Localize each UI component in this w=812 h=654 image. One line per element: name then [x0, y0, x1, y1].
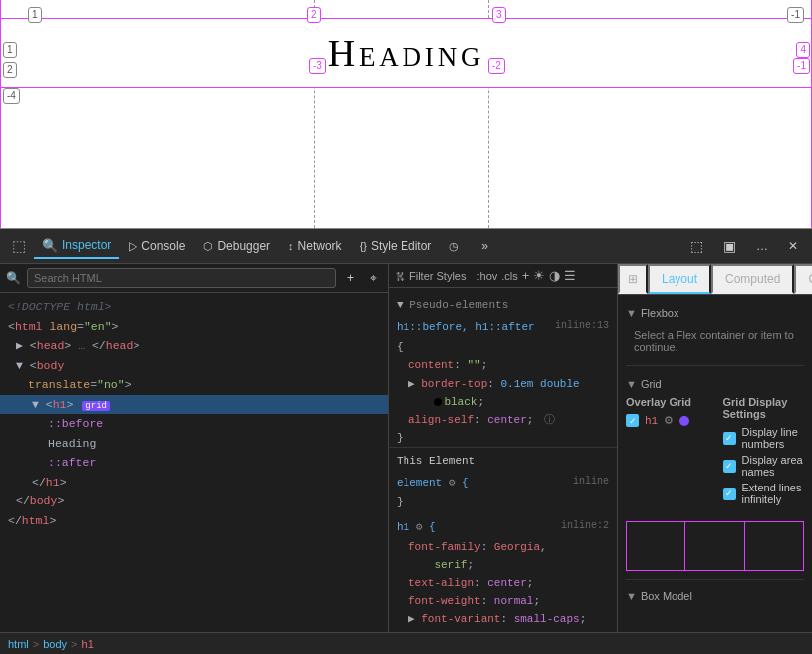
- network-tab[interactable]: ↕ Network: [280, 235, 350, 257]
- css-text-align-prop[interactable]: text-align: center;: [389, 574, 617, 592]
- style-editor-tab[interactable]: {} Style Editor: [352, 235, 440, 257]
- extend-lines-checkbox[interactable]: ✓: [723, 488, 736, 500]
- line-numbers-label: Display line numbers: [742, 426, 805, 450]
- badge-row-neg2: -2: [488, 58, 505, 74]
- add-rule-button[interactable]: +: [522, 268, 530, 283]
- grid-visual-preview: [626, 521, 804, 571]
- search-icon: 🔍: [6, 271, 21, 285]
- setting-line-numbers: ✓ Display line numbers: [723, 426, 805, 450]
- tree-after[interactable]: ::after: [0, 453, 388, 473]
- tree-heading-text[interactable]: Heading: [0, 434, 388, 454]
- css-border-top-prop[interactable]: ▶ border-top: 0.1em double: [389, 375, 617, 393]
- setting-extend-lines: ✓ Extend lines infinitely: [723, 482, 805, 505]
- css-font-family-prop[interactable]: font-family: Georgia,: [389, 538, 617, 556]
- preview-heading: Heading: [0, 18, 812, 88]
- badge-col3: 3: [492, 7, 506, 23]
- css-font-weight-prop[interactable]: font-weight: normal;: [389, 592, 617, 610]
- inspector-icon: 🔍: [42, 238, 58, 253]
- preview-area: 1 -1 1 2 -4 2 3 -3 -2 4 -1 Heading: [0, 0, 812, 229]
- black-swatch: [434, 398, 442, 406]
- grid-title: Grid: [641, 378, 662, 390]
- area-names-checkbox[interactable]: ✓: [723, 460, 736, 473]
- css-content-prop[interactable]: content: "";: [389, 356, 617, 374]
- tree-body-close[interactable]: </body>: [0, 491, 388, 511]
- style-editor-icon: {}: [360, 240, 367, 252]
- debugger-label: Debugger: [217, 239, 270, 253]
- pseudo-selector[interactable]: h1::before, h1::after inline:13: [389, 316, 617, 338]
- layout-content: ▼ Flexbox Select a Flex container or ite…: [618, 295, 812, 654]
- debugger-icon: ⬡: [203, 240, 213, 253]
- console-label: Console: [141, 239, 185, 253]
- hov-button[interactable]: :hov: [476, 270, 497, 282]
- split-panel-button[interactable]: ▣: [715, 234, 744, 258]
- picker-button[interactable]: ⬚: [6, 233, 32, 259]
- pseudo-elements-title: ▼ Pseudo-elements: [389, 292, 617, 316]
- grid-header: ▼ Grid: [626, 378, 804, 390]
- layout-tab-layout[interactable]: Layout: [648, 264, 711, 294]
- dark-theme-button[interactable]: ◑: [549, 268, 560, 283]
- grid-arrow[interactable]: ▼: [626, 378, 637, 390]
- breadcrumb-body[interactable]: body: [43, 638, 67, 650]
- layout-icon-button[interactable]: ⊞: [618, 264, 648, 294]
- performance-tab[interactable]: ◷: [441, 236, 471, 257]
- tree-doctype[interactable]: <!DOCTYPE html>: [0, 297, 388, 317]
- box-model-arrow[interactable]: ▼: [626, 590, 637, 602]
- breadcrumb-h1[interactable]: h1: [82, 638, 94, 650]
- badge-h1: 1: [28, 7, 42, 23]
- pseudo-arrow[interactable]: ▼: [397, 299, 404, 311]
- grid-display-settings-col: Grid Display Settings ✓ Display line num…: [723, 396, 805, 509]
- inspector-label: Inspector: [62, 238, 111, 252]
- element-close-brace: }: [389, 493, 617, 511]
- badge-v3: -4: [3, 88, 20, 104]
- pick-element-button[interactable]: ⌖: [365, 269, 382, 287]
- responsive-design-button[interactable]: ⬚: [682, 234, 711, 258]
- css-font-variant-prop[interactable]: ▶ font-variant: small-caps;: [389, 610, 617, 628]
- layout-panel: ⊞ Layout Computed Changes Fonts Animatio…: [618, 264, 812, 654]
- search-html-input[interactable]: [27, 268, 336, 288]
- tree-html-open[interactable]: <html lang="en">: [0, 317, 388, 337]
- tree-before[interactable]: ::before: [0, 414, 388, 434]
- area-names-label: Display area names: [742, 454, 805, 478]
- css-border-color-prop[interactable]: black;: [389, 393, 617, 411]
- tree-body-attr[interactable]: translate="no">: [0, 375, 388, 395]
- css-panel: ⛕ Filter Styles :hov .cls + ☀ ◑ ☰ ▼ Pseu…: [389, 264, 618, 654]
- tree-h1-close[interactable]: </h1>: [0, 473, 388, 492]
- debugger-tab[interactable]: ⬡ Debugger: [195, 235, 278, 257]
- breadcrumb-sep-1: >: [33, 638, 39, 650]
- layout-tab-computed[interactable]: Computed: [711, 264, 794, 294]
- css-font-family-serif[interactable]: serif;: [389, 556, 617, 574]
- more-tools-icon: »: [481, 239, 488, 253]
- tree-body-open[interactable]: ▼ <body: [0, 356, 388, 376]
- html-panel: 🔍 + ⌖ <!DOCTYPE html> <html lang="en"> ▶…: [0, 264, 389, 654]
- more-tools-button[interactable]: »: [473, 235, 496, 257]
- badge-col2: 2: [307, 7, 321, 23]
- light-theme-button[interactable]: ☀: [533, 268, 545, 283]
- console-tab[interactable]: ▷ Console: [121, 235, 193, 257]
- toolbar-right-controls: ⬚ ▣ … ✕: [682, 234, 806, 258]
- breadcrumb-html[interactable]: html: [8, 638, 29, 650]
- css-align-self-prop[interactable]: align-self: center; ⓘ: [389, 411, 617, 429]
- filter-icon: ⛕: [395, 270, 406, 282]
- console-icon: ▷: [129, 239, 137, 253]
- layout-tab-changes[interactable]: Changes: [794, 264, 812, 294]
- info-icon[interactable]: ⓘ: [544, 414, 555, 426]
- extend-lines-label: Extend lines infinitely: [742, 482, 805, 505]
- network-label: Network: [298, 239, 342, 253]
- overflow-menu-button[interactable]: …: [748, 235, 776, 257]
- line-numbers-checkbox[interactable]: ✓: [723, 432, 736, 445]
- badge-v1: 1: [3, 42, 17, 58]
- inspector-tab[interactable]: 🔍 Inspector: [34, 234, 119, 259]
- close-devtools-button[interactable]: ✕: [780, 235, 806, 257]
- cls-button[interactable]: .cls: [501, 270, 518, 282]
- settings-button[interactable]: ☰: [564, 268, 576, 283]
- tree-head[interactable]: ▶ <head> … </head>: [0, 336, 388, 356]
- grid-badge: grid: [82, 401, 110, 411]
- new-node-button[interactable]: +: [342, 269, 359, 287]
- h1-checkbox[interactable]: ✓: [626, 414, 639, 427]
- h1-gear-icon[interactable]: ⚙: [664, 414, 674, 427]
- grid-settings-list: ✓ Display line numbers ✓ Display area na…: [723, 426, 805, 505]
- tree-h1[interactable]: ▼ <h1> grid: [0, 395, 388, 415]
- tree-html-close[interactable]: </html>: [0, 511, 388, 531]
- flexbox-arrow[interactable]: ▼: [626, 307, 637, 319]
- badge-right-mid: -1: [793, 58, 810, 74]
